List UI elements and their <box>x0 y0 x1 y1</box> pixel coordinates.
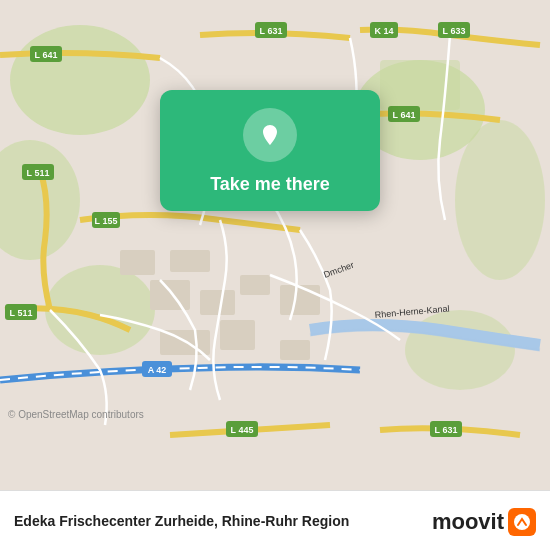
svg-text:L 631: L 631 <box>435 425 458 435</box>
bottom-bar: Edeka Frischecenter Zurheide, Rhine-Ruhr… <box>0 490 550 550</box>
svg-point-42 <box>514 514 530 530</box>
location-pin-circle <box>243 108 297 162</box>
svg-text:L 641: L 641 <box>393 110 416 120</box>
svg-text:L 511: L 511 <box>27 168 50 178</box>
svg-rect-13 <box>220 320 255 350</box>
svg-point-1 <box>10 25 150 135</box>
moovit-logo: moovit <box>432 508 536 536</box>
svg-rect-10 <box>240 275 270 295</box>
svg-text:L 633: L 633 <box>443 26 466 36</box>
svg-rect-8 <box>150 280 190 310</box>
svg-rect-14 <box>120 250 155 275</box>
svg-rect-9 <box>200 290 235 315</box>
svg-rect-11 <box>280 285 320 315</box>
copyright-text: © OpenStreetMap contributors <box>8 409 144 420</box>
svg-text:L 511: L 511 <box>10 308 33 318</box>
moovit-icon <box>508 508 536 536</box>
svg-text:L 631: L 631 <box>260 26 283 36</box>
svg-text:A 42: A 42 <box>148 365 167 375</box>
svg-text:L 641: L 641 <box>35 50 58 60</box>
take-me-there-label: Take me there <box>210 174 330 195</box>
popup-card[interactable]: Take me there <box>160 90 380 211</box>
svg-text:K 14: K 14 <box>374 26 393 36</box>
moovit-text: moovit <box>432 509 504 535</box>
svg-rect-15 <box>170 250 210 272</box>
location-pin-icon <box>258 123 282 147</box>
svg-text:L 155: L 155 <box>95 216 118 226</box>
svg-point-5 <box>455 120 545 280</box>
svg-text:L 445: L 445 <box>231 425 254 435</box>
svg-rect-16 <box>280 340 310 360</box>
map-container: L 641 L 633 L 631 K 14 L 641 L 511 L 155… <box>0 0 550 490</box>
